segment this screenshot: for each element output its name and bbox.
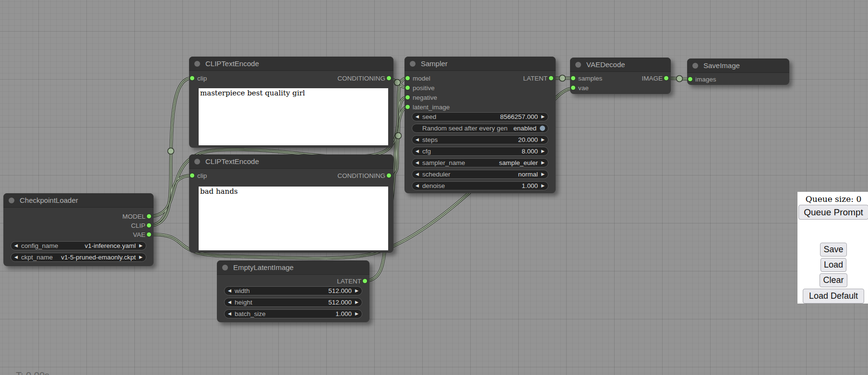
widget-label: denoise <box>422 182 445 189</box>
input-port-icon[interactable] <box>688 77 693 82</box>
queue-prompt-button[interactable]: Queue Prompt <box>798 205 868 220</box>
node-vaedecode[interactable]: VAEDecode samples vae IMAGE <box>570 58 671 94</box>
output-port-icon[interactable] <box>146 232 152 237</box>
widget-ckpt-name[interactable]: ◀ ckpt_name v1-5-pruned-emaonly.ckpt ▶ <box>11 253 146 262</box>
output-port-icon[interactable] <box>362 279 368 284</box>
widget-cfg[interactable]: ◀ cfg 8.000 ▶ <box>412 147 548 156</box>
input-port-icon[interactable] <box>190 173 195 178</box>
decrement-arrow-icon[interactable]: ◀ <box>412 158 422 167</box>
input-port-icon[interactable] <box>405 95 410 100</box>
increment-arrow-icon[interactable]: ▶ <box>136 241 146 250</box>
input-port-icon[interactable] <box>405 76 410 81</box>
collapse-dot-icon[interactable] <box>194 159 200 164</box>
widget-height[interactable]: ◀ height 512.000 ▶ <box>224 298 362 307</box>
decrement-arrow-icon[interactable]: ◀ <box>412 135 422 144</box>
toggle-circle-icon[interactable] <box>539 125 546 131</box>
negative-prompt-textarea[interactable]: bad hands <box>199 187 388 250</box>
node-title: VAEDecode <box>586 60 625 69</box>
collapse-dot-icon[interactable] <box>692 63 698 69</box>
output-port-icon[interactable] <box>386 76 392 81</box>
input-port-icon[interactable] <box>571 85 576 91</box>
collapse-dot-icon[interactable] <box>575 62 581 68</box>
node-title-bar[interactable]: CLIPTextEncode <box>189 57 393 71</box>
decrement-arrow-icon[interactable]: ◀ <box>412 147 422 156</box>
collapse-dot-icon[interactable] <box>194 61 200 67</box>
reroute-dot[interactable] <box>559 75 566 82</box>
node-cliptextencode-negative[interactable]: CLIPTextEncode clip CONDITIONING bad han… <box>189 154 393 253</box>
reroute-dot[interactable] <box>394 80 401 86</box>
widget-value: normal <box>518 171 538 178</box>
input-port-icon[interactable] <box>405 85 410 91</box>
node-title-bar[interactable]: EmptyLatentImage <box>217 260 369 275</box>
decrement-arrow-icon[interactable]: ◀ <box>412 112 422 121</box>
clear-button[interactable]: Clear <box>820 273 847 287</box>
widget-scheduler[interactable]: ◀ scheduler normal ▶ <box>412 170 548 179</box>
output-port-icon[interactable] <box>664 76 669 81</box>
node-title-bar[interactable]: CheckpointLoader <box>3 193 154 208</box>
input-port-icon[interactable] <box>405 105 410 110</box>
widget-width[interactable]: ◀ width 512.000 ▶ <box>224 286 362 295</box>
widget-label: sampler_name <box>422 159 465 166</box>
widget-denoise[interactable]: ◀ denoise 1.000 ▶ <box>412 181 548 190</box>
widget-random-seed-toggle[interactable]: Random seed after every gen enabled <box>412 124 548 133</box>
output-port-icon[interactable] <box>386 173 392 178</box>
node-cliptextencode-positive[interactable]: CLIPTextEncode clip CONDITIONING masterp… <box>189 57 393 148</box>
node-saveimage[interactable]: SaveImage images <box>687 59 789 85</box>
node-emptylatentimage[interactable]: EmptyLatentImage LATENT ◀ width 512.000 … <box>217 260 369 322</box>
widget-config-name[interactable]: ◀ config_name v1-inference.yaml ▶ <box>11 241 146 250</box>
widget-sampler-name[interactable]: ◀ sampler_name sample_euler ▶ <box>412 158 548 167</box>
queue-size-label: Queue size: 0 <box>797 192 868 204</box>
widget-label: height <box>235 299 252 306</box>
load-button[interactable]: Load <box>820 258 846 272</box>
reroute-dot[interactable] <box>395 133 402 139</box>
decrement-arrow-icon[interactable]: ◀ <box>225 298 235 307</box>
output-port-icon[interactable] <box>146 223 152 228</box>
widget-steps[interactable]: ◀ steps 20.000 ▶ <box>412 135 548 144</box>
increment-arrow-icon[interactable]: ▶ <box>538 112 548 121</box>
slot-label: MODEL <box>122 213 145 220</box>
reroute-dot[interactable] <box>168 148 174 154</box>
input-port-icon[interactable] <box>571 76 576 81</box>
output-slot-conditioning: CONDITIONING <box>337 171 393 180</box>
node-title-bar[interactable]: CLIPTextEncode <box>189 154 393 169</box>
slot-label: IMAGE <box>642 75 663 82</box>
reroute-dot[interactable] <box>677 76 683 82</box>
save-button[interactable]: Save <box>820 243 846 257</box>
increment-arrow-icon[interactable]: ▶ <box>538 170 548 179</box>
output-port-icon[interactable] <box>146 214 152 219</box>
positive-prompt-textarea[interactable]: masterpiece best quality girl <box>199 88 388 145</box>
node-title: EmptyLatentImage <box>233 263 294 271</box>
decrement-arrow-icon[interactable]: ◀ <box>11 253 21 262</box>
node-title-bar[interactable]: SaveImage <box>687 59 789 73</box>
increment-arrow-icon[interactable]: ▶ <box>352 286 362 295</box>
widget-label: seed <box>422 113 436 120</box>
collapse-dot-icon[interactable] <box>222 265 228 270</box>
slot-label: latent_image <box>413 104 450 111</box>
increment-arrow-icon[interactable]: ▶ <box>352 309 362 318</box>
node-sampler[interactable]: Sampler model positive negative latent_i… <box>404 57 556 193</box>
node-checkpointloader[interactable]: CheckpointLoader MODEL CLIP VAE ◀ config… <box>3 193 154 266</box>
decrement-arrow-icon[interactable]: ◀ <box>412 181 422 190</box>
node-title-bar[interactable]: VAEDecode <box>570 58 671 72</box>
decrement-arrow-icon[interactable]: ◀ <box>225 309 235 318</box>
output-port-icon[interactable] <box>548 76 554 81</box>
input-port-icon[interactable] <box>190 76 195 81</box>
increment-arrow-icon[interactable]: ▶ <box>538 158 548 167</box>
slot-label: LATENT <box>523 75 547 82</box>
decrement-arrow-icon[interactable]: ◀ <box>11 241 21 250</box>
decrement-arrow-icon[interactable]: ◀ <box>412 170 422 179</box>
increment-arrow-icon[interactable]: ▶ <box>538 135 548 144</box>
widget-batch-size[interactable]: ◀ batch_size 1.000 ▶ <box>224 309 362 318</box>
increment-arrow-icon[interactable]: ▶ <box>538 147 548 156</box>
widget-seed[interactable]: ◀ seed 8566257.000 ▶ <box>412 112 548 121</box>
increment-arrow-icon[interactable]: ▶ <box>538 181 548 190</box>
collapse-dot-icon[interactable] <box>9 198 14 203</box>
increment-arrow-icon[interactable]: ▶ <box>136 253 146 262</box>
decrement-arrow-icon[interactable]: ◀ <box>225 286 235 295</box>
output-slot-latent: LATENT <box>337 276 369 286</box>
load-default-button[interactable]: Load Default <box>803 289 864 304</box>
node-title-bar[interactable]: Sampler <box>404 57 556 71</box>
increment-arrow-icon[interactable]: ▶ <box>352 298 362 307</box>
node-title: Sampler <box>421 59 448 68</box>
collapse-dot-icon[interactable] <box>410 61 416 67</box>
